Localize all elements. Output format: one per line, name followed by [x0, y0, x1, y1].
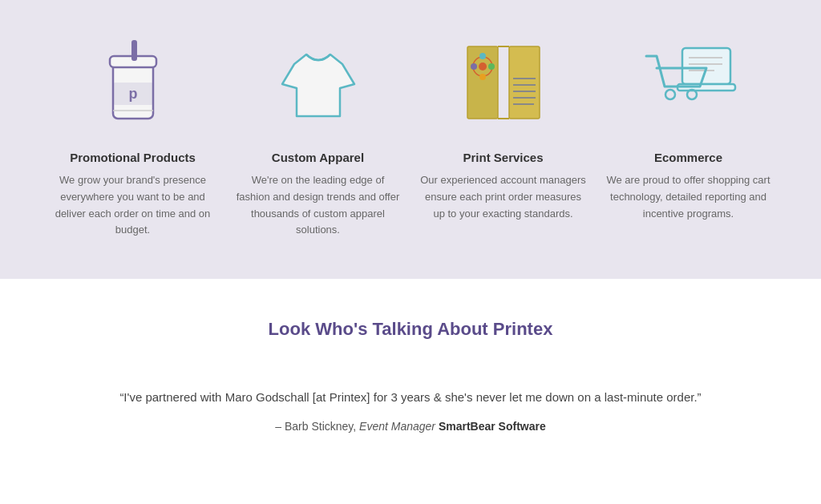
service-ecommerce: Ecommerce We are proud to offer shopping…: [604, 32, 773, 222]
top-section: p Promotional Products We grow your bran…: [0, 0, 821, 279]
promotional-products-title: Promotional Products: [70, 151, 196, 164]
author-role: Event Manager: [359, 420, 435, 433]
custom-apparel-desc: We're on the leading edge of fashion and…: [233, 172, 402, 239]
testimonial-author: – Barb Stickney, Event Manager SmartBear…: [48, 420, 773, 433]
promotional-products-desc: We grow your brand's presence everywhere…: [48, 172, 217, 239]
service-print-services: Print Services Our experienced account m…: [419, 32, 588, 222]
print-services-icon: [455, 32, 552, 136]
custom-apparel-icon: [270, 32, 366, 136]
svg-point-17: [479, 53, 486, 59]
custom-apparel-title: Custom Apparel: [272, 151, 364, 164]
section-title: Look Who's Talking About Printex: [48, 319, 773, 340]
service-custom-apparel: Custom Apparel We're on the leading edge…: [233, 32, 402, 239]
promotional-products-icon: p: [85, 32, 181, 136]
services-grid: p Promotional Products We grow your bran…: [48, 32, 773, 239]
svg-point-19: [471, 63, 477, 70]
ecommerce-title: Ecommerce: [654, 151, 722, 164]
ecommerce-icon: [641, 32, 737, 136]
print-services-desc: Our experienced account managers ensure …: [419, 172, 588, 222]
svg-point-26: [665, 90, 675, 99]
svg-text:p: p: [128, 86, 137, 102]
svg-rect-2: [131, 40, 137, 61]
bottom-section: Look Who's Talking About Printex “I've p…: [0, 279, 821, 481]
author-company: SmartBear Software: [439, 420, 546, 433]
service-promotional-products: p Promotional Products We grow your bran…: [48, 32, 217, 239]
svg-rect-7: [509, 46, 540, 119]
author-prefix: – Barb Stickney,: [275, 420, 356, 433]
svg-point-18: [479, 74, 486, 80]
svg-rect-21: [682, 48, 730, 84]
ecommerce-desc: We are proud to offer shopping cart tech…: [604, 172, 773, 222]
testimonial-text: “I've partnered with Maro Godschall [at …: [48, 388, 773, 407]
print-services-title: Print Services: [463, 151, 543, 164]
svg-point-16: [479, 62, 487, 71]
svg-point-20: [488, 63, 495, 70]
